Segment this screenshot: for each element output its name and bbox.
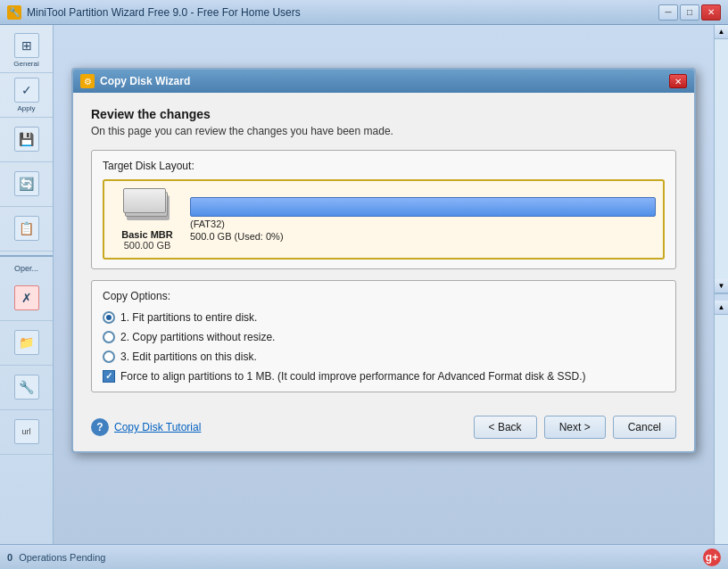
dialog-icon: ⚙	[80, 74, 95, 88]
copy-options-section: Copy Options: 1. Fit partitions to entir…	[91, 280, 676, 392]
op-icon-2: 📁	[14, 330, 39, 355]
checkbox-align[interactable]: ✓ Force to align partitions to 1 MB. (It…	[103, 370, 665, 383]
dialog-title: Copy Disk Wizard	[100, 75, 669, 87]
disk-icon	[123, 188, 171, 226]
checkbox-align-label: Force to align partitions to 1 MB. (It c…	[120, 370, 586, 383]
radio-3-label: 3. Edit partitions on this disk.	[120, 350, 257, 363]
help-icon: ?	[91, 418, 109, 436]
help-section[interactable]: ? Copy Disk Tutorial	[91, 418, 467, 436]
apply-icon: ✓	[14, 78, 39, 103]
checkbox-align-box[interactable]: ✓	[103, 370, 115, 383]
sidebar-item-op1[interactable]: ✗	[0, 276, 53, 321]
sidebar-general-label: General	[13, 60, 38, 69]
scroll-end	[715, 293, 728, 301]
radio-2-label: 2. Copy partitions without resize.	[120, 331, 275, 343]
scroll-track[interactable]	[715, 39, 728, 279]
radio-1-circle[interactable]	[103, 311, 115, 324]
partition-info-label: 500.0 GB (Used: 0%)	[190, 231, 656, 242]
status-text: 0 Operations Pending	[7, 552, 105, 563]
target-disk-label: Target Disk Layout:	[103, 160, 665, 172]
partition-bar	[190, 197, 656, 217]
tool-icon-1: 💾	[14, 127, 39, 152]
op-icon-4: url	[14, 419, 39, 444]
next-button[interactable]: Next >	[544, 416, 606, 439]
general-icon: ⊞	[14, 33, 39, 58]
radio-option-2[interactable]: 2. Copy partitions without resize.	[103, 331, 665, 343]
radio-1-label: 1. Fit partitions to entire disk.	[120, 311, 257, 324]
app-icon: 🔧	[7, 5, 21, 20]
dialog-body: Review the changes On this page you can …	[73, 93, 694, 407]
sidebar: ⊞ General ✓ Apply 💾 🔄 📋 Oper... ✗ 📁 🔧 ur…	[0, 25, 54, 569]
partition-type-label: (FAT32)	[190, 219, 656, 229]
tool-icon-3: 📋	[14, 216, 39, 241]
op-icon-3: 🔧	[14, 375, 39, 400]
sidebar-item-1[interactable]: 💾	[0, 118, 53, 162]
partition-area: (FAT32) 500.0 GB (Used: 0%)	[190, 197, 656, 242]
radio-option-3[interactable]: 3. Edit partitions on this disk.	[103, 350, 665, 363]
scroll-track2[interactable]	[715, 315, 728, 555]
google-plus-button[interactable]: g+	[703, 548, 721, 566]
status-right: g+	[703, 548, 721, 566]
dialog-title-bar: ⚙ Copy Disk Wizard ✕	[73, 70, 694, 93]
copy-options-label: Copy Options:	[103, 290, 665, 302]
back-button[interactable]: < Back	[474, 416, 537, 439]
disk-icon-box: Basic MBR 500.00 GB	[112, 188, 183, 251]
title-bar: 🔧 MiniTool Partition Wizard Free 9.0 - F…	[0, 0, 728, 25]
sidebar-apply-label: Apply	[17, 104, 35, 113]
minimize-button[interactable]: ─	[658, 4, 678, 21]
main-window: ⊞ General ✓ Apply 💾 🔄 📋 Oper... ✗ 📁 🔧 ur…	[0, 25, 728, 569]
disk-size-label: 500.00 GB	[124, 240, 171, 251]
maximize-button[interactable]: □	[680, 4, 699, 21]
operations-label-text: Operations Pending	[19, 552, 105, 563]
scroll-up-button[interactable]: ▲	[715, 25, 728, 39]
disk-type-label: Basic MBR	[121, 229, 172, 240]
scroll-down-button[interactable]: ▼	[715, 279, 728, 293]
target-disk-section: Target Disk Layout:	[91, 150, 676, 269]
sidebar-item-3[interactable]: 📋	[0, 207, 53, 252]
close-button[interactable]: ✕	[701, 4, 721, 21]
main-content: ⚙ Copy Disk Wizard ✕ Review the changes …	[54, 25, 714, 569]
dialog-main-title: Review the changes	[91, 107, 676, 121]
sidebar-item-2[interactable]: 🔄	[0, 162, 53, 207]
right-scrollbar: ▲ ▼ ▲ ▼	[714, 25, 728, 569]
window-controls: ─ □ ✕	[658, 4, 721, 21]
status-bar: 0 Operations Pending g+	[0, 544, 728, 569]
dialog-header: Review the changes On this page you can …	[91, 107, 676, 137]
operations-label: Oper...	[0, 260, 53, 276]
operations-count: 0	[7, 552, 12, 563]
scroll-up2-button[interactable]: ▲	[715, 301, 728, 315]
sidebar-item-op4[interactable]: url	[0, 410, 53, 455]
sidebar-item-op2[interactable]: 📁	[0, 321, 53, 366]
sidebar-item-general[interactable]: ⊞ General	[0, 29, 53, 73]
help-link[interactable]: Copy Disk Tutorial	[114, 421, 201, 433]
dialog-close-button[interactable]: ✕	[669, 74, 687, 88]
checkbox-checkmark: ✓	[105, 372, 112, 381]
copy-disk-dialog: ⚙ Copy Disk Wizard ✕ Review the changes …	[71, 68, 696, 453]
disk-layout-container: Basic MBR 500.00 GB (FAT32) 500.0 GB (Us…	[103, 179, 665, 260]
radio-option-1[interactable]: 1. Fit partitions to entire disk.	[103, 311, 665, 324]
dialog-subtitle: On this page you can review the changes …	[91, 125, 676, 137]
disk-top	[123, 188, 166, 213]
radio-3-circle[interactable]	[103, 350, 115, 363]
tool-icon-2: 🔄	[14, 171, 39, 196]
radio-2-circle[interactable]	[103, 331, 115, 343]
op-icon-1: ✗	[14, 285, 39, 310]
sidebar-item-op3[interactable]: 🔧	[0, 366, 53, 410]
dialog-footer: ? Copy Disk Tutorial < Back Next > Cance…	[73, 407, 694, 451]
sidebar-item-apply[interactable]: ✓ Apply	[0, 73, 53, 118]
app-title: MiniTool Partition Wizard Free 9.0 - Fre…	[27, 6, 658, 19]
dialog-overlay: ⚙ Copy Disk Wizard ✕ Review the changes …	[54, 50, 714, 569]
cancel-button[interactable]: Cancel	[613, 416, 676, 439]
